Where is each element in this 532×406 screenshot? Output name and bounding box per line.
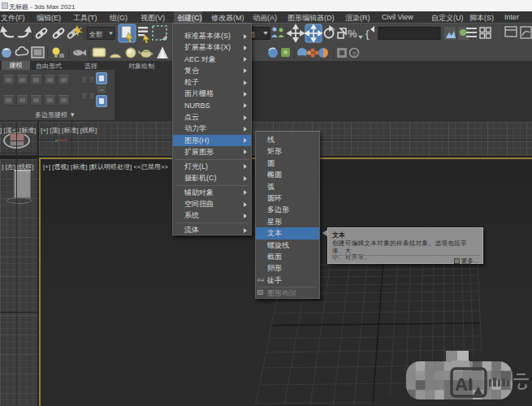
svg-text:AI: AI (455, 374, 473, 395)
svg-text:%: % (348, 28, 357, 40)
svg-text:?: ? (353, 50, 357, 58)
svg-text:全部: 全部 (89, 31, 102, 38)
svg-text:{: { (365, 28, 370, 40)
svg-text:o: o (332, 27, 335, 32)
